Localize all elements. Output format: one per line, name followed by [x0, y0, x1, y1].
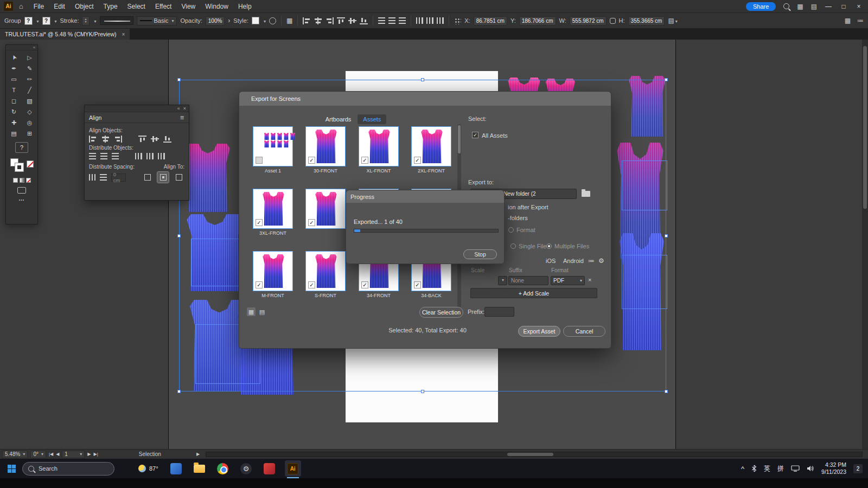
gradient-button[interactable]: [20, 178, 24, 183]
remove-scale-icon[interactable]: ×: [588, 277, 591, 283]
stroke-color-swatch[interactable]: ?: [42, 17, 50, 25]
tab-close-icon[interactable]: ×: [122, 31, 125, 37]
toolbar-edit-button[interactable]: ?: [15, 142, 28, 153]
link-dimensions-icon[interactable]: [610, 18, 616, 24]
vertical-scrollbar[interactable]: [862, 40, 868, 449]
variable-width-dropdown[interactable]: Basic: [137, 16, 177, 25]
selection-tool[interactable]: ➤: [8, 51, 20, 65]
format-dropdown[interactable]: PDF: [551, 276, 585, 285]
curvature-tool[interactable]: ✎: [24, 64, 35, 73]
w-field[interactable]: 555.9872 cm: [570, 16, 607, 25]
panel-close-icon[interactable]: ×: [183, 106, 186, 111]
style-dropdown-icon[interactable]: [263, 17, 266, 24]
graphic-style-swatch[interactable]: [252, 17, 259, 24]
grid-view-button[interactable]: ▦: [247, 307, 256, 316]
stroke-dropdown-icon[interactable]: [54, 17, 57, 24]
asset-tile[interactable]: ✓ 30-FRONT: [301, 126, 350, 174]
close-button[interactable]: ×: [855, 3, 863, 10]
open-location-label[interactable]: ion after Export: [508, 204, 548, 210]
selection-handle[interactable]: [177, 234, 181, 237]
gradient-tool[interactable]: ▧: [24, 97, 35, 105]
rotate-tool[interactable]: ↻: [9, 107, 20, 116]
prefix-input[interactable]: [484, 307, 514, 317]
artboard-number-field[interactable]: 1: [62, 451, 85, 458]
none-button[interactable]: [26, 178, 31, 183]
distribute-vcenter-button[interactable]: [100, 153, 107, 159]
align-center-vertical-button[interactable]: [151, 136, 159, 143]
asset-checkbox[interactable]: ✓: [414, 281, 421, 288]
asset-checkbox[interactable]: ✓: [256, 219, 263, 226]
ios-preset-button[interactable]: iOS: [546, 258, 556, 264]
asset-checkbox[interactable]: ✓: [256, 281, 263, 288]
share-button[interactable]: Share: [746, 2, 776, 11]
scale-list-icon[interactable]: ≔: [588, 257, 595, 265]
selection-handle[interactable]: [177, 78, 181, 81]
color-button[interactable]: [13, 178, 18, 183]
ime-pinyin-icon[interactable]: 拼: [777, 464, 784, 473]
create-subfolders-label[interactable]: -folders: [508, 215, 528, 221]
rotation-dropdown[interactable]: 0°: [30, 451, 46, 458]
panel-menu-icon[interactable]: ≣: [180, 114, 184, 120]
progress-title-bar[interactable]: Progress: [346, 190, 504, 203]
selection-handle[interactable]: [665, 78, 668, 81]
taskbar-clock[interactable]: 4:32 PM 9/11/2023: [821, 461, 846, 476]
paintbrush-tool[interactable]: ✏: [24, 75, 35, 84]
line-tool[interactable]: ╱: [24, 86, 35, 94]
illustrator-taskbar-icon[interactable]: Ai: [285, 460, 301, 477]
asset-checkbox[interactable]: [256, 157, 263, 164]
first-artboard-icon[interactable]: |◀: [49, 452, 53, 457]
symbol-tool[interactable]: ✚: [9, 118, 20, 127]
align-center-horizontal-button[interactable]: [101, 136, 110, 143]
stroke-weight-dropdown-icon[interactable]: [93, 17, 96, 24]
bluetooth-icon[interactable]: [751, 465, 757, 472]
align-top-button[interactable]: [138, 136, 146, 143]
list-view-button[interactable]: ▤: [258, 307, 266, 316]
shaper-tool[interactable]: ◻: [9, 97, 20, 105]
fill-color-swatch[interactable]: ?: [24, 17, 33, 25]
align-right-icon[interactable]: [326, 17, 334, 24]
add-scale-button[interactable]: + Add Scale: [470, 288, 597, 298]
brush-definition-dropdown[interactable]: [100, 16, 133, 25]
asset-tile[interactable]: ✓ XL-FRONT: [354, 126, 403, 174]
target-tool[interactable]: ◎: [24, 118, 35, 127]
menu-window[interactable]: Window: [200, 0, 233, 12]
horizontal-distribute-space-button[interactable]: [100, 174, 106, 181]
h-field[interactable]: 355.3665 cm: [628, 16, 665, 25]
distribute-left-button[interactable]: [135, 153, 142, 159]
distribute-bottom-icon[interactable]: [399, 17, 406, 24]
taskbar-search[interactable]: Search: [22, 462, 114, 476]
spacing-value-field[interactable]: 0 cm: [111, 174, 126, 182]
opacity-field[interactable]: 100%: [206, 16, 225, 25]
selection-handle[interactable]: [177, 390, 181, 393]
panels-icon[interactable]: ▤: [811, 3, 817, 10]
document-setup-icon[interactable]: ▦: [286, 17, 292, 24]
x-field[interactable]: 86.7851 cm: [474, 16, 507, 25]
tab-assets[interactable]: Assets: [358, 114, 386, 124]
options-menu-icon[interactable]: ≔: [857, 17, 864, 24]
previous-artboard-icon[interactable]: ◀: [56, 452, 59, 457]
vertical-distribute-space-button[interactable]: [89, 174, 95, 181]
browse-folder-icon[interactable]: [582, 191, 590, 197]
align-left-icon[interactable]: [303, 17, 311, 24]
distribute-left-icon[interactable]: [416, 17, 423, 24]
notification-badge[interactable]: 2: [853, 464, 863, 473]
hand-tool[interactable]: ⊞: [24, 129, 35, 138]
distribute-top-icon[interactable]: [378, 17, 385, 24]
photos-app-icon[interactable]: [168, 460, 184, 477]
display-icon[interactable]: [791, 465, 800, 472]
asset-checkbox[interactable]: ✓: [308, 281, 315, 288]
type-tool[interactable]: T: [9, 86, 20, 94]
status-expand-icon[interactable]: ▶: [196, 452, 200, 457]
screen-mode-button[interactable]: [17, 187, 26, 194]
ime-english-icon[interactable]: 英: [764, 464, 770, 473]
dialog-title-bar[interactable]: Export for Screens: [239, 92, 611, 106]
tools-panel-collapse[interactable]: «: [6, 45, 37, 50]
asset-tile[interactable]: Asset 1: [248, 126, 297, 174]
settings-icon[interactable]: ⚙: [238, 460, 254, 477]
asset-checkbox[interactable]: ✓: [414, 157, 421, 164]
weather-widget[interactable]: 87°: [138, 465, 158, 472]
menu-file[interactable]: File: [29, 0, 49, 12]
align-to-selection-button[interactable]: [142, 172, 153, 183]
search-icon[interactable]: [783, 3, 789, 9]
selection-handle[interactable]: [421, 390, 424, 393]
